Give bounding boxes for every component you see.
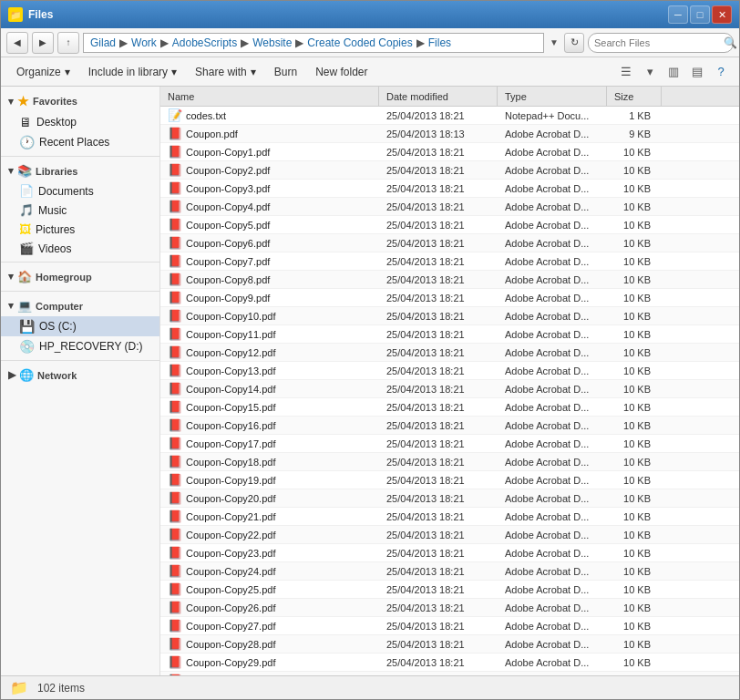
forward-button[interactable]: ▶ [32, 32, 54, 54]
close-button[interactable]: ✕ [712, 5, 732, 24]
file-type-cell: Adobe Acrobat D... [498, 457, 607, 468]
table-row[interactable]: 📕 Coupon-Copy19.pdf 25/04/2013 18:21 Ado… [160, 471, 739, 489]
sidebar-item-music[interactable]: 🎵 Music [1, 201, 159, 220]
table-row[interactable]: 📕 Coupon-Copy9.pdf 25/04/2013 18:21 Adob… [160, 289, 739, 307]
table-row[interactable]: 📕 Coupon-Copy17.pdf 25/04/2013 18:21 Ado… [160, 435, 739, 453]
table-row[interactable]: 📕 Coupon.pdf 25/04/2013 18:13 Adobe Acro… [160, 125, 739, 143]
file-list-header: Name Date modified Type Size [160, 87, 739, 107]
table-row[interactable]: 📕 Coupon-Copy1.pdf 25/04/2013 18:21 Adob… [160, 143, 739, 161]
burn-button[interactable]: Burn [266, 60, 305, 84]
table-row[interactable]: 📕 Coupon-Copy25.pdf 25/04/2013 18:21 Ado… [160, 581, 739, 599]
table-row[interactable]: 📕 Coupon-Copy8.pdf 25/04/2013 18:21 Adob… [160, 271, 739, 289]
table-row[interactable]: 📝 codes.txt 25/04/2013 18:21 Notepad++ D… [160, 107, 739, 125]
sidebar-item-os-c[interactable]: 💾 OS (C:) [1, 316, 159, 336]
column-header-type[interactable]: Type [498, 87, 607, 106]
table-row[interactable]: 📕 Coupon-Copy29.pdf 25/04/2013 18:21 Ado… [160, 654, 739, 672]
path-gilad[interactable]: Gilad [87, 36, 118, 49]
table-row[interactable]: 📕 Coupon-Copy11.pdf 25/04/2013 18:21 Ado… [160, 325, 739, 344]
address-path[interactable]: Gilad ▶ Work ▶ AdobeScripts ▶ Website ▶ … [83, 33, 544, 53]
table-row[interactable]: 📕 Coupon-Copy26.pdf 25/04/2013 18:21 Ado… [160, 599, 739, 617]
sidebar-item-videos[interactable]: 🎬 Videos [1, 239, 159, 258]
sidebar-item-desktop[interactable]: 🖥 Desktop [1, 112, 159, 132]
file-type-cell: Adobe Acrobat D... [498, 256, 607, 267]
table-row[interactable]: 📕 Coupon-Copy24.pdf 25/04/2013 18:21 Ado… [160, 562, 739, 581]
sidebar-item-pictures[interactable]: 🖼 Pictures [1, 220, 159, 239]
file-name: Coupon-Copy16.pdf [186, 420, 275, 431]
view-dropdown-button[interactable]: ▾ [639, 61, 661, 83]
videos-icon: 🎬 [19, 242, 34, 255]
table-row[interactable]: 📕 Coupon-Copy23.pdf 25/04/2013 18:21 Ado… [160, 544, 739, 562]
table-row[interactable]: 📕 Coupon-Copy5.pdf 25/04/2013 18:21 Adob… [160, 216, 739, 234]
table-row[interactable]: 📕 Coupon-Copy4.pdf 25/04/2013 18:21 Adob… [160, 198, 739, 216]
sidebar-item-documents[interactable]: 📄 Documents [1, 181, 159, 201]
title-bar-left: 📁 Files [8, 7, 53, 22]
organize-button[interactable]: Organize ▾ [8, 60, 78, 84]
table-row[interactable]: 📕 Coupon-Copy16.pdf 25/04/2013 18:21 Ado… [160, 417, 739, 435]
maximize-button[interactable]: □ [690, 5, 710, 24]
minimize-button[interactable]: ─ [668, 5, 688, 24]
view-details-button[interactable]: ☰ [615, 61, 637, 83]
table-row[interactable]: 📕 Coupon-Copy12.pdf 25/04/2013 18:21 Ado… [160, 344, 739, 362]
details-pane-button[interactable]: ▤ [686, 61, 708, 83]
file-name: Coupon-Copy15.pdf [186, 402, 275, 413]
preview-pane-button[interactable]: ▥ [663, 61, 684, 83]
sidebar-item-hp-recovery[interactable]: 💿 HP_RECOVERY (D:) [1, 336, 159, 356]
path-work[interactable]: Work [128, 36, 159, 49]
sidebar-network-header[interactable]: ▶ 🌐 Network [1, 365, 159, 386]
table-row[interactable]: 📕 Coupon-Copy27.pdf 25/04/2013 18:21 Ado… [160, 617, 739, 635]
table-row[interactable]: 📕 Coupon-Copy14.pdf 25/04/2013 18:21 Ado… [160, 380, 739, 398]
up-button[interactable]: ↑ [57, 32, 79, 54]
share-with-button[interactable]: Share with ▾ [187, 60, 264, 84]
table-row[interactable]: 📕 Coupon-Copy22.pdf 25/04/2013 18:21 Ado… [160, 526, 739, 544]
path-dropdown-arrow[interactable]: ▼ [548, 37, 560, 47]
sidebar-computer-header[interactable]: ▾ 💻 Computer [1, 295, 159, 316]
table-row[interactable]: 📕 Coupon-Copy13.pdf 25/04/2013 18:21 Ado… [160, 362, 739, 380]
sidebar-homegroup-header[interactable]: ▾ 🏠 Homegroup [1, 266, 159, 287]
new-folder-button[interactable]: New folder [307, 60, 375, 84]
search-input[interactable] [594, 37, 720, 48]
help-button[interactable]: ? [710, 61, 732, 83]
path-sep-1: ▶ [118, 36, 128, 49]
view-controls: ☰ ▾ ▥ ▤ ? [615, 61, 732, 83]
file-size-cell: 10 KB [607, 201, 662, 212]
column-header-size[interactable]: Size [607, 87, 662, 106]
table-row[interactable]: 📕 Coupon-Copy2.pdf 25/04/2013 18:21 Adob… [160, 161, 739, 180]
file-type-cell: Adobe Acrobat D... [498, 420, 607, 431]
refresh-button[interactable]: ↻ [564, 33, 584, 53]
file-size-cell: 10 KB [607, 329, 662, 340]
sidebar-favorites-header[interactable]: ▾ ★ Favorites [1, 90, 159, 112]
pdf-file-icon: 📕 [168, 637, 182, 651]
burn-label: Burn [274, 66, 297, 78]
file-name-cell: 📕 Coupon-Copy7.pdf [160, 254, 379, 268]
table-row[interactable]: 📕 Coupon-Copy3.pdf 25/04/2013 18:21 Adob… [160, 180, 739, 198]
include-in-library-button[interactable]: Include in library ▾ [80, 60, 185, 84]
file-date-cell: 25/04/2013 18:21 [379, 110, 498, 121]
table-row[interactable]: 📕 Coupon-Copy18.pdf 25/04/2013 18:21 Ado… [160, 453, 739, 471]
table-row[interactable]: 📕 Coupon-Copy6.pdf 25/04/2013 18:21 Adob… [160, 234, 739, 252]
search-box[interactable]: 🔍 [588, 33, 734, 53]
table-row[interactable]: 📕 Coupon-Copy7.pdf 25/04/2013 18:21 Adob… [160, 252, 739, 271]
column-header-name[interactable]: Name [160, 87, 379, 106]
table-row[interactable]: 📕 Coupon-Copy10.pdf 25/04/2013 18:21 Ado… [160, 307, 739, 325]
table-row[interactable]: 📕 Coupon-Copy20.pdf 25/04/2013 18:21 Ado… [160, 489, 739, 508]
path-adobescripts[interactable]: AdobeScripts [170, 36, 240, 49]
column-header-date[interactable]: Date modified [379, 87, 498, 106]
path-files[interactable]: Files [426, 36, 454, 49]
file-type-cell: Adobe Acrobat D... [498, 511, 607, 522]
sidebar-item-recent-places[interactable]: 🕐 Recent Places [1, 132, 159, 152]
date-column-label: Date modified [386, 91, 448, 102]
file-name: Coupon-Copy5.pdf [186, 220, 270, 231]
table-row[interactable]: 📕 Coupon-Copy21.pdf 25/04/2013 18:21 Ado… [160, 508, 739, 526]
file-list[interactable]: 📝 codes.txt 25/04/2013 18:21 Notepad++ D… [160, 107, 739, 675]
file-name: Coupon-Copy23.pdf [186, 548, 275, 559]
file-date-cell: 25/04/2013 18:21 [379, 475, 498, 486]
table-row[interactable]: 📕 Coupon-Copy28.pdf 25/04/2013 18:21 Ado… [160, 635, 739, 654]
file-size-cell: 10 KB [607, 347, 662, 358]
table-row[interactable]: 📕 Coupon-Copy15.pdf 25/04/2013 18:21 Ado… [160, 398, 739, 417]
path-create-coded-copies[interactable]: Create Coded Copies [304, 36, 415, 49]
path-website[interactable]: Website [250, 36, 294, 49]
back-button[interactable]: ◀ [6, 32, 28, 54]
file-type-cell: Adobe Acrobat D... [498, 493, 607, 504]
sidebar-libraries-header[interactable]: ▾ 📚 Libraries [1, 160, 159, 181]
pdf-file-icon: 📕 [168, 564, 182, 578]
